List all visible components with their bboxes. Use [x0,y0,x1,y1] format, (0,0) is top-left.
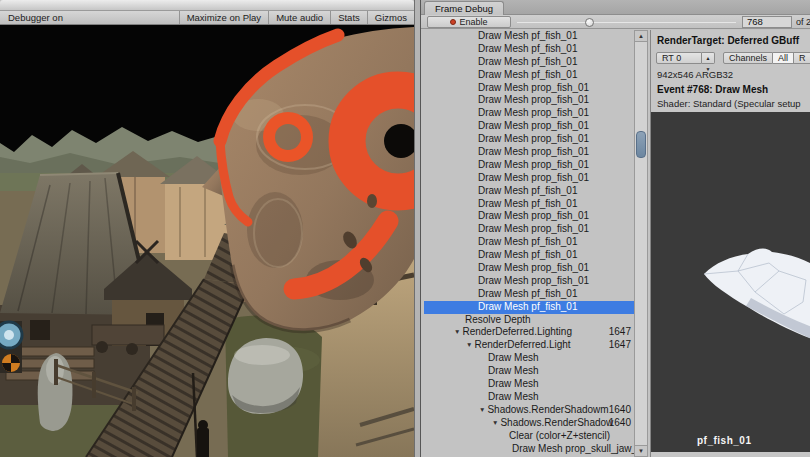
event-row[interactable]: Resolve Depth [424,314,634,327]
event-count: 1640 [609,404,631,417]
event-row[interactable]: Draw Mesh prop_fish_01 [424,210,634,223]
channel-r-button[interactable]: R [794,52,810,64]
event-row[interactable]: Draw Mesh prop_fish_01 [424,94,634,107]
event-row[interactable]: Draw Mesh prop_fish_01 [424,275,634,288]
event-title: Event #768: Draw Mesh [657,84,768,95]
event-row[interactable]: Draw Mesh pf_fish_01 [424,185,634,198]
event-row[interactable]: ▼RenderDeferred.Light1647 [424,339,634,352]
event-row[interactable]: Draw Mesh [424,378,634,391]
event-row[interactable]: Draw Mesh pf_fish_01 [424,198,634,211]
game-view-panel: Debugger on Maximize on PlayMute audioSt… [0,0,420,457]
scrollbar-thumb[interactable] [636,131,646,158]
scroll-up-icon[interactable]: ▲ [635,31,647,42]
event-label: Draw Mesh prop_fish_01 [478,146,589,157]
event-count: 1640 [609,417,631,430]
event-row[interactable]: ▼RenderDeferred.Lighting1647 [424,326,634,339]
gizmos-button[interactable]: Gizmos [367,11,414,24]
event-label: Draw Mesh prop_fish_01 [478,94,589,105]
event-row[interactable]: Draw Mesh prop_fish_01 [424,107,634,120]
frame-debug-toolbar: Enable 768 of 2 [421,15,810,29]
shield-prop [0,321,22,373]
event-label: Draw Mesh pf_fish_01 [478,198,578,209]
event-list: Draw Mesh pf_fish_01Draw Mesh pf_fish_01… [424,30,634,457]
event-row[interactable]: Draw Mesh pf_fish_01 [424,69,634,82]
event-row-selected[interactable]: Draw Mesh pf_fish_01 [424,301,634,314]
mute-audio-button[interactable]: Mute audio [268,11,330,24]
event-row[interactable]: Draw Mesh pf_fish_01 [424,30,634,43]
event-label: Draw Mesh prop_fish_01 [478,82,589,93]
event-label: Clear (color+Z+stencil) [509,430,610,441]
event-label: Draw Mesh [488,352,539,363]
event-row[interactable]: Draw Mesh prop_fish_01 [424,159,634,172]
event-label: Draw Mesh pf_fish_01 [478,43,578,54]
event-label: Draw Mesh prop_fish_01 [478,172,589,183]
screenshot-root: Debugger on Maximize on PlayMute audioSt… [0,0,810,457]
event-row[interactable]: Clear (color+Z+stencil) [424,430,634,443]
record-dot-icon [450,19,456,25]
game-viewport[interactable] [0,25,414,457]
event-slider[interactable] [517,16,736,28]
event-label: Draw Mesh pf_fish_01 [478,56,578,67]
event-label: Draw Mesh prop_fish_01 [478,120,589,131]
event-label: Draw Mesh prop_fish_01 [478,133,589,144]
rt-dropdown[interactable]: RT 0 [656,52,702,64]
stats-button[interactable]: Stats [330,11,367,24]
event-row[interactable]: Draw Mesh [424,352,634,365]
event-label: Draw Mesh pf_fish_01 [478,185,578,196]
maximize-on-play-button[interactable]: Maximize on Play [179,11,268,24]
event-row[interactable]: Draw Mesh prop_fish_01 [424,82,634,95]
event-row[interactable]: Draw Mesh prop_skull_jaw_r [424,443,634,456]
slider-track [517,22,736,23]
event-row[interactable]: ▼Shadows.RenderShadow1640 [424,417,634,430]
event-list-scrollbar[interactable]: ▲ ▼ [634,30,648,457]
event-count: 1647 [609,326,631,339]
enable-button[interactable]: Enable [427,16,511,28]
event-label: Draw Mesh prop_fish_01 [478,107,589,118]
event-label: Draw Mesh pf_fish_01 [478,301,578,312]
tab-frame-debug[interactable]: Frame Debug [424,1,504,15]
event-row[interactable]: Draw Mesh prop_fish_01 [424,146,634,159]
event-number-field[interactable]: 768 [742,16,792,28]
preview-fish-mesh [651,112,810,452]
rt-dropdown-caret-icon[interactable]: ▲▼ [702,52,715,64]
event-label: Draw Mesh prop_fish_01 [478,210,589,221]
channel-all-button[interactable]: All [773,52,794,64]
event-row[interactable]: Draw Mesh [424,365,634,378]
event-label: Draw Mesh pf_fish_01 [478,69,578,80]
scroll-down-icon[interactable]: ▼ [635,445,647,456]
event-row[interactable]: Draw Mesh pf_fish_01 [424,43,634,56]
event-label: Draw Mesh pf_fish_01 [478,30,578,41]
event-row[interactable]: Draw Mesh pf_fish_01 [424,249,634,262]
event-label: Draw Mesh prop_fish_01 [478,223,589,234]
event-row[interactable]: Draw Mesh pf_fish_01 [424,288,634,301]
mesh-preview: pf_fish_01 [651,112,810,452]
slider-handle[interactable] [585,18,594,27]
game-view-top-edge [0,0,414,11]
rt-size-format: 942x546 ARGB32 [657,69,733,80]
event-row[interactable]: Draw Mesh prop_fish_01 [424,223,634,236]
foldout-arrow-icon[interactable]: ▼ [492,417,498,430]
event-row[interactable]: Draw Mesh [424,391,634,404]
frame-debug-tabbar: Frame Debug [421,0,810,15]
game-scene [0,25,414,457]
shader-info: Shader: Standard (Specular setup [657,98,801,109]
frame-debugger-window: Frame Debug Enable 768 of 2 Draw Mesh pf… [420,0,810,457]
event-row[interactable]: Draw Mesh prop_fish_01 [424,133,634,146]
foldout-arrow-icon[interactable]: ▼ [466,339,472,352]
event-row[interactable]: Draw Mesh prop_fish_01 [424,120,634,133]
event-row[interactable]: Draw Mesh pf_fish_01 [424,236,634,249]
event-label: Draw Mesh prop_fish_01 [478,275,589,286]
event-label: Draw Mesh pf_fish_01 [478,249,578,260]
event-total-label: of 2 [796,17,810,27]
event-row[interactable]: Draw Mesh prop_fish_01 [424,172,634,185]
event-label: Shadows.RenderShadow [500,417,613,428]
event-label: RenderDeferred.Lighting [462,326,572,337]
event-row[interactable]: Draw Mesh pf_fish_01 [424,56,634,69]
event-label: Draw Mesh prop_fish_01 [478,262,589,273]
channels-button[interactable]: Channels [723,52,773,64]
foldout-arrow-icon[interactable]: ▼ [479,404,485,417]
foldout-arrow-icon[interactable]: ▼ [454,326,460,339]
render-target-controls: RT 0 ▲▼ Channels All R [656,51,810,64]
event-row[interactable]: Draw Mesh prop_fish_01 [424,262,634,275]
event-row[interactable]: ▼Shadows.RenderShadowm1640 [424,404,634,417]
